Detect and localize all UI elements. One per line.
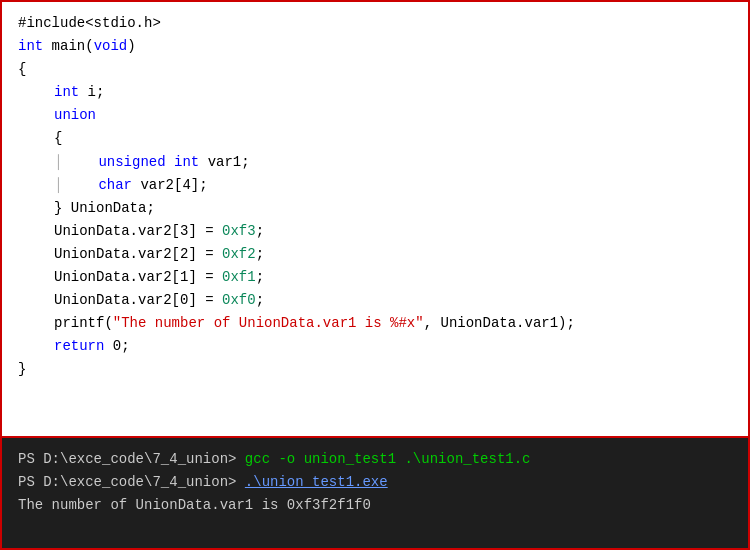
code-line-4: int i; — [18, 81, 732, 104]
keyword-int: int — [18, 38, 43, 54]
terminal-cmd-1: gcc -o union_test1 .\union_test1.c — [245, 451, 531, 467]
code-line-1: #include<stdio.h> — [18, 12, 732, 35]
code-line-16: } — [18, 358, 732, 381]
terminal-cmd-2[interactable]: .\union_test1.exe — [245, 474, 388, 490]
code-line-14: printf("The number of UnionData.var1 is … — [18, 312, 732, 335]
code-line-8: │char var2[4]; — [18, 174, 732, 197]
code-editor: #include<stdio.h> int main(void) { int i… — [2, 2, 748, 438]
preprocessor: #include<stdio.h> — [18, 15, 161, 31]
terminal-prompt-2: PS D:\exce_code\7_4_union> — [18, 474, 245, 490]
code-line-7: │unsigned int var1; — [18, 151, 732, 174]
terminal-line-2: PS D:\exce_code\7_4_union> .\union_test1… — [18, 471, 732, 494]
terminal: PS D:\exce_code\7_4_union> gcc -o union_… — [2, 438, 748, 548]
code-line-6: { — [18, 127, 732, 150]
code-line-11: UnionData.var2[2] = 0xf2; — [18, 243, 732, 266]
code-line-3: { — [18, 58, 732, 81]
terminal-line-3: The number of UnionData.var1 is 0xf3f2f1… — [18, 494, 732, 517]
code-line-13: UnionData.var2[0] = 0xf0; — [18, 289, 732, 312]
code-line-5: union — [18, 104, 732, 127]
terminal-result: The number of UnionData.var1 is 0xf3f2f1… — [18, 497, 371, 513]
terminal-prompt-1: PS D:\exce_code\7_4_union> — [18, 451, 245, 467]
code-line-10: UnionData.var2[3] = 0xf3; — [18, 220, 732, 243]
terminal-line-1: PS D:\exce_code\7_4_union> gcc -o union_… — [18, 448, 732, 471]
code-line-9: } UnionData; — [18, 197, 732, 220]
code-line-12: UnionData.var2[1] = 0xf1; — [18, 266, 732, 289]
code-line-15: return 0; — [18, 335, 732, 358]
code-line-2: int main(void) — [18, 35, 732, 58]
